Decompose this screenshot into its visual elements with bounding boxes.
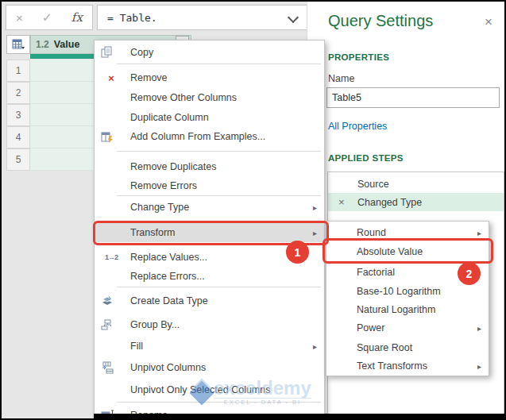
- menu-separator: [117, 287, 321, 287]
- fx-icon[interactable]: fx: [71, 10, 83, 25]
- close-icon[interactable]: ×: [485, 14, 492, 30]
- all-properties-link[interactable]: All Properties: [328, 121, 387, 132]
- row-header-4[interactable]: 4: [6, 126, 30, 148]
- replace-values-icon: 1→2: [101, 253, 122, 261]
- table-icon: [12, 39, 25, 50]
- formula-text: = Table.: [98, 12, 157, 24]
- submenu-item-base-10-logarithm[interactable]: Base-10 Logarithm: [326, 282, 489, 301]
- annotation-box-absolute-value: [323, 238, 493, 264]
- row-header-3[interactable]: 3: [6, 104, 30, 126]
- menu-item-unpivot-only-selected-columns[interactable]: Unpivot Only Selected Columns: [95, 380, 324, 399]
- menu-item-label: Replace Values...: [130, 252, 207, 263]
- menu-item-create-data-type[interactable]: Create Data Type: [95, 291, 324, 310]
- menu-item-remove-errors[interactable]: Remove Errors: [95, 176, 324, 195]
- menu-item-label: Remove Duplicates: [130, 161, 216, 172]
- row-number: 3: [16, 110, 21, 121]
- column-name: Value: [54, 39, 80, 50]
- menu-item-unpivot-columns[interactable]: Unpivot Columns: [95, 358, 324, 377]
- unpivot-icon: [101, 361, 122, 374]
- menu-item-fill[interactable]: Fill ▸: [95, 337, 324, 356]
- annotation-badge-2: 2: [458, 262, 481, 285]
- badge-number: 2: [466, 268, 473, 280]
- delete-step-icon[interactable]: ×: [338, 196, 345, 208]
- menu-item-remove[interactable]: × Remove: [95, 68, 324, 87]
- data-type-decimal-icon[interactable]: 1.2: [36, 39, 49, 50]
- menu-separator: [117, 195, 321, 196]
- submenu-arrow-icon: ▸: [477, 229, 481, 237]
- row-number: 1: [16, 65, 21, 76]
- menu-item-duplicate-column[interactable]: Duplicate Column: [95, 108, 324, 127]
- menu-item-label: Copy: [130, 47, 153, 58]
- submenu-arrow-icon: ▸: [313, 203, 317, 212]
- create-data-type-icon: [101, 295, 122, 307]
- copy-icon: [101, 46, 122, 59]
- remove-icon: ×: [101, 72, 122, 84]
- add-column-icon: [101, 131, 122, 143]
- step-source[interactable]: Source: [328, 175, 504, 193]
- menu-item-label: Unpivot Only Selected Columns: [130, 384, 270, 395]
- submenu-item-text-transforms[interactable]: Text Transforms ▸: [326, 356, 489, 376]
- menu-separator: [117, 64, 321, 64]
- menu-item-change-type[interactable]: Change Type ▸: [95, 198, 324, 217]
- formula-input[interactable]: = Table.: [97, 5, 307, 30]
- step-label: Changed Type: [357, 197, 422, 208]
- bottom-crop-bar: [94, 414, 506, 420]
- formula-buttons: × ✓ fx: [6, 5, 93, 30]
- badge-number: 1: [295, 246, 301, 259]
- check-icon[interactable]: ✓: [42, 10, 52, 25]
- row-header-5[interactable]: 5: [6, 148, 30, 171]
- menu-item-remove-other-columns[interactable]: Remove Other Columns: [95, 88, 324, 107]
- menu-item-label: Remove Other Columns: [130, 92, 237, 103]
- query-name-input[interactable]: Table5: [326, 87, 500, 108]
- submenu-arrow-icon: ▸: [313, 342, 317, 351]
- menu-item-label: Round: [357, 227, 386, 238]
- step-changed-type[interactable]: × Changed Type: [328, 193, 504, 211]
- name-label: Name: [328, 73, 354, 84]
- query-name-value: Table5: [332, 92, 361, 103]
- submenu-item-natural-logarithm[interactable]: Natural Logarithm: [326, 300, 489, 319]
- menu-item-replace-errors[interactable]: Replace Errors...: [95, 267, 324, 286]
- menu-item-label: Add Column From Examples...: [130, 131, 265, 142]
- row-number: 4: [16, 132, 21, 143]
- submenu-item-square-root[interactable]: Square Root: [326, 338, 489, 357]
- menu-item-label: Power: [357, 322, 384, 333]
- row-number: 5: [16, 154, 21, 165]
- menu-item-label: Create Data Type: [130, 295, 208, 306]
- select-all-corner-button[interactable]: [6, 35, 30, 54]
- properties-heading: PROPERTIES: [328, 52, 389, 62]
- menu-item-remove-duplicates[interactable]: Remove Duplicates: [95, 157, 324, 176]
- frame-edge-left: [0, 0, 2, 420]
- menu-item-label: Factorial: [357, 267, 395, 278]
- row-header-2[interactable]: 2: [6, 82, 30, 104]
- annotation-badge-1: 1: [286, 241, 309, 264]
- menu-item-label: Remove: [130, 72, 168, 83]
- menu-item-label: Group By...: [130, 319, 180, 330]
- step-label: Source: [357, 179, 389, 190]
- menu-separator: [117, 402, 321, 403]
- row-header-1[interactable]: 1: [6, 60, 30, 82]
- power-query-editor: × ✓ fx = Table. 1.2 Value 1 2 3 4 5: [0, 0, 506, 420]
- submenu-arrow-icon: ▸: [477, 362, 481, 371]
- panel-title: Query Settings: [328, 12, 433, 30]
- formula-bar: × ✓ fx = Table.: [2, 2, 308, 33]
- menu-item-label: Remove Errors: [130, 180, 197, 191]
- menu-item-label: Change Type: [130, 202, 189, 213]
- formula-expand-chevron-icon[interactable]: [288, 12, 299, 23]
- menu-item-label: Natural Logarithm: [357, 304, 435, 315]
- submenu-arrow-icon: ▸: [477, 324, 481, 333]
- menu-item-copy[interactable]: Copy: [95, 43, 324, 62]
- menu-item-label: Text Transforms: [357, 360, 427, 372]
- menu-item-label: Replace Errors...: [130, 271, 205, 282]
- submenu-item-power[interactable]: Power ▸: [326, 318, 489, 337]
- cancel-icon[interactable]: ×: [16, 11, 23, 25]
- row-number: 2: [16, 87, 21, 98]
- menu-item-label: Duplicate Column: [130, 112, 209, 123]
- menu-item-label: Fill: [130, 341, 143, 352]
- menu-item-group-by[interactable]: Group By...: [95, 315, 324, 334]
- menu-item-label: Square Root: [357, 342, 412, 353]
- menu-item-add-column-from-examples[interactable]: Add Column From Examples...: [95, 127, 324, 146]
- menu-item-label: Unpivot Columns: [130, 362, 206, 373]
- applied-steps-heading: APPLIED STEPS: [328, 153, 404, 163]
- group-by-icon: [101, 319, 122, 331]
- menu-item-label: Base-10 Logarithm: [357, 286, 441, 297]
